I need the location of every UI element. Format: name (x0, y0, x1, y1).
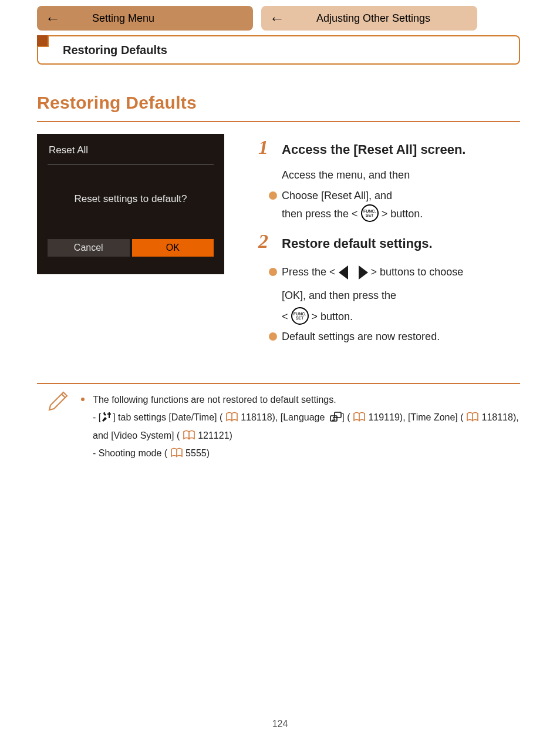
book-ref-icon (183, 430, 195, 440)
text-fragment: > button. (312, 311, 353, 322)
section-tab-decor (37, 35, 49, 47)
page-ref[interactable]: 55 (185, 448, 196, 458)
text-fragment: ] ( (342, 412, 350, 422)
text-fragment: 55) (196, 448, 210, 458)
lcd-cancel-button: Cancel (48, 239, 130, 257)
step2-bullet1-line3: < FUNC.SET > button. (282, 308, 353, 326)
page-ref[interactable]: 121 (198, 430, 214, 440)
page-ref[interactable]: 119 (368, 412, 384, 422)
divider (37, 383, 520, 384)
lcd-ok-button: OK (132, 239, 214, 257)
text-fragment: [OK], and then press the (282, 290, 396, 301)
lcd-title: Reset All (48, 144, 214, 165)
text-fragment: ] tab settings [Date/Time] ( (113, 412, 222, 422)
note-bullet-icon (81, 398, 85, 401)
text-fragment: 119), [Time Zone] ( (384, 412, 463, 422)
step2-bullet1-line2: [OK], and then press the (282, 288, 396, 304)
pencil-note-icon (46, 390, 69, 413)
step1-bullet-line1: Choose [Reset All], and (282, 188, 392, 204)
language-icon (330, 411, 342, 423)
text-fragment: then press the < (282, 208, 358, 220)
text-fragment: > buttons to choose (371, 266, 464, 278)
page-ref[interactable]: 118 (481, 412, 497, 422)
text-fragment: > button. (382, 208, 423, 220)
back-arrow-icon: ← (269, 11, 285, 26)
lcd-question: Reset settings to default? (48, 193, 214, 205)
section-bar-title: Restoring Defaults (63, 43, 167, 57)
notes-block: The following functions are not restored… (81, 391, 520, 463)
text-fragment: 118), [Language (257, 412, 325, 422)
step2-bullet2: Default settings are now restored. (282, 329, 440, 345)
func-set-icon: FUNC.SET (361, 204, 379, 222)
book-ref-icon (466, 412, 479, 422)
note-line-2: - Shooting mode ( 5555) (93, 445, 520, 462)
tools-tab-icon (101, 411, 113, 423)
bullet-icon (269, 268, 277, 276)
text-fragment: - Shooting mode ( (93, 448, 167, 458)
camera-lcd-mock: Reset All Reset settings to default? Can… (37, 134, 224, 274)
step-title-1: Access the [Reset All] screen. (282, 142, 465, 157)
right-arrow-icon (359, 265, 368, 280)
func-set-icon: FUNC.SET (291, 307, 309, 325)
step-number-1: 1 (258, 136, 268, 159)
crumb-label: Setting Menu (92, 12, 154, 25)
notes-intro: The following functions are not restored… (93, 395, 336, 405)
left-arrow-icon (339, 265, 348, 280)
crumb-setting-menu[interactable]: ← Setting Menu (37, 6, 253, 31)
crumb-label: Adjusting Other Settings (316, 12, 430, 25)
breadcrumb: ← Setting Menu ← Adjusting Other Setting… (37, 6, 477, 31)
page-ref[interactable]: 118 (241, 412, 257, 422)
bullet-icon (269, 191, 277, 200)
crumb-adjusting-other[interactable]: ← Adjusting Other Settings (261, 6, 477, 31)
page-number: 124 (272, 719, 288, 729)
text-fragment: Press the < (282, 266, 336, 278)
svg-rect-0 (335, 412, 341, 418)
divider (37, 121, 520, 122)
step-number-2: 2 (258, 230, 268, 253)
text-fragment: Choose [Reset All], and (282, 190, 392, 201)
book-ref-icon (353, 412, 366, 422)
note-line-1: - [] tab settings [Date/Time] ( 118118),… (93, 409, 520, 445)
lcd-button-row: Cancel OK (48, 239, 214, 257)
section-bar: Restoring Defaults (37, 35, 520, 65)
book-ref-icon (225, 412, 238, 422)
book-ref-icon (170, 447, 183, 458)
page-heading: Restoring Defaults (37, 93, 197, 113)
step-title-2: Restore default settings. (282, 236, 433, 251)
text-fragment: < (282, 311, 291, 322)
back-arrow-icon: ← (45, 11, 60, 26)
step1-bullet-line2: then press the < FUNC.SET > button. (282, 206, 423, 223)
bullet-icon (269, 332, 277, 341)
text-fragment: 121) (214, 430, 232, 440)
text-fragment: - [ (93, 412, 101, 422)
step2-bullet1-line1: Press the < >< > buttons to choose (282, 264, 463, 280)
step1-intro-line: Access the menu, and then (282, 167, 410, 183)
